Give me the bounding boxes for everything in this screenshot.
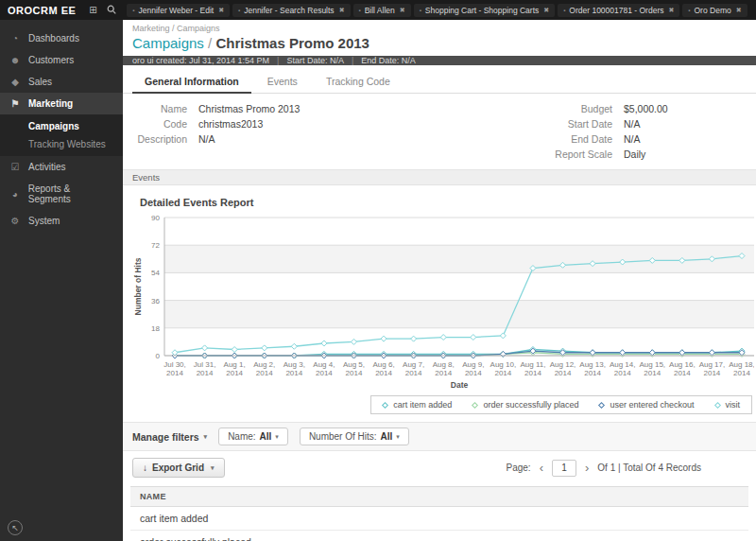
legend-marker-icon bbox=[598, 401, 605, 408]
pinned-tab-oro-demo[interactable]: ▪ Oro Demo ✖ bbox=[682, 4, 747, 17]
pinned-tab-jennifer-search-results[interactable]: ▪ Jennifer - Search Results ✖ bbox=[232, 4, 350, 17]
previous-page-button[interactable]: ‹ bbox=[538, 463, 545, 473]
chevron-down-icon: ▾ bbox=[211, 464, 215, 472]
info-left-column: NameChristmas Promo 2013 Codechristmas20… bbox=[132, 101, 439, 162]
grid-menu-icon[interactable]: ⊞ bbox=[83, 5, 102, 15]
sidebar-item-reports-segments[interactable]: ◕ Reports & Segments bbox=[0, 178, 123, 210]
orocrm-logo[interactable]: OROCRM EE bbox=[0, 5, 83, 16]
name-label: Name bbox=[132, 101, 198, 116]
manage-filters-button[interactable]: Manage filters ▾ bbox=[132, 431, 207, 443]
sidebar-item-system[interactable]: ⚙ System bbox=[0, 210, 123, 232]
top-bar: OROCRM EE ⊞ ▪ Jennifer Weber - Edit ✖ ▪ … bbox=[0, 0, 756, 20]
svg-text:Aug 9,2014: Aug 9,2014 bbox=[462, 360, 484, 377]
budget-value: $5,000.00 bbox=[624, 101, 668, 116]
svg-text:Aug 13,2014: Aug 13,2014 bbox=[579, 360, 606, 377]
events-section-header[interactable]: Events bbox=[123, 169, 756, 185]
sidebar-item-customers[interactable]: ☻ Customers bbox=[0, 49, 123, 71]
report-scale-label: Report Scale bbox=[439, 147, 624, 162]
filter-name-value: All bbox=[260, 431, 272, 442]
tab-general-information[interactable]: General Information bbox=[132, 71, 251, 94]
sidebar-item-label: System bbox=[28, 216, 60, 226]
events-line-chart: 01836547290Jul 30,2014Jul 31,2014Aug 1,2… bbox=[132, 212, 754, 393]
pinned-tab-jennifer-weber-edit[interactable]: ▪ Jennifer Weber - Edit ✖ bbox=[127, 4, 230, 17]
close-icon[interactable]: ✖ bbox=[736, 7, 742, 14]
search-icon-glyph bbox=[107, 5, 116, 14]
tab-events[interactable]: Events bbox=[255, 71, 310, 93]
column-header-name[interactable]: NAME bbox=[130, 487, 748, 507]
start-date-value: N/A bbox=[624, 116, 641, 131]
sidebar-item-marketing[interactable]: ⚑ Marketing bbox=[0, 93, 123, 114]
svg-text:Aug 2,2014: Aug 2,2014 bbox=[253, 360, 275, 377]
svg-text:Aug 7,2014: Aug 7,2014 bbox=[403, 360, 424, 377]
main-navigation-sidebar: ◔ Dashboards ☻ Customers ◆ Sales ⚑ Marke… bbox=[0, 20, 123, 541]
reports-icon: ◕ bbox=[9, 189, 21, 200]
chart-legend: cart item addedorder successfully placed… bbox=[370, 395, 752, 414]
search-icon[interactable] bbox=[102, 5, 121, 16]
tab-tracking-code[interactable]: Tracking Code bbox=[314, 71, 403, 93]
page-number-input[interactable] bbox=[552, 460, 576, 477]
code-label: Code bbox=[132, 116, 198, 131]
legend-label: visit bbox=[726, 400, 741, 410]
legend-item: user entered checkout bbox=[599, 400, 694, 410]
close-icon[interactable]: ✖ bbox=[218, 7, 224, 14]
breadcrumb[interactable]: Marketing / Campaigns bbox=[123, 20, 756, 33]
close-icon[interactable]: ✖ bbox=[400, 7, 405, 14]
legend-item: order successfully placed bbox=[472, 400, 578, 410]
pinned-tab-label: Oro Demo bbox=[695, 6, 731, 15]
pinned-tab-label: Jennifer - Search Results bbox=[244, 6, 334, 15]
app-window: OROCRM EE ⊞ ▪ Jennifer Weber - Edit ✖ ▪ … bbox=[0, 0, 756, 541]
campaigns-link[interactable]: Campaigns bbox=[132, 35, 204, 51]
svg-text:Aug 4,2014: Aug 4,2014 bbox=[313, 360, 335, 377]
svg-text:Aug 16,2014: Aug 16,2014 bbox=[669, 360, 696, 377]
sales-icon: ◆ bbox=[9, 77, 21, 87]
title-separator: / bbox=[204, 35, 216, 51]
chevron-down-icon: ▾ bbox=[204, 433, 208, 441]
activities-icon: ☑ bbox=[9, 162, 21, 172]
table-row[interactable]: cart item added bbox=[130, 507, 748, 531]
svg-text:Aug 3,2014: Aug 3,2014 bbox=[284, 360, 305, 377]
svg-text:Aug 5,2014: Aug 5,2014 bbox=[343, 360, 365, 377]
svg-text:Aug 10,2014: Aug 10,2014 bbox=[490, 360, 517, 377]
next-page-button[interactable]: › bbox=[583, 463, 591, 473]
sidebar-item-dashboards[interactable]: ◔ Dashboards bbox=[0, 27, 123, 49]
dashboard-icon: ◔ bbox=[9, 33, 21, 44]
general-information-section: NameChristmas Promo 2013 Codechristmas20… bbox=[123, 94, 756, 169]
sidebar-item-tracking-websites[interactable]: Tracking Websites bbox=[0, 135, 123, 153]
svg-text:Jul 31,2014: Jul 31,2014 bbox=[194, 360, 216, 377]
legend-label: cart item added bbox=[393, 400, 452, 410]
sidebar-item-label: Marketing bbox=[28, 98, 73, 109]
sidebar-item-campaigns[interactable]: Campaigns bbox=[0, 117, 123, 135]
svg-text:0: 0 bbox=[156, 352, 161, 360]
sidebar-item-activities[interactable]: ☑ Activities bbox=[0, 156, 123, 178]
filter-number-of-hits[interactable]: Number Of Hits: All ▾ bbox=[300, 428, 409, 445]
grid-filter-bar: Manage filters ▾ Name: All ▾ Number Of H… bbox=[123, 422, 756, 451]
legend-marker-icon bbox=[382, 401, 388, 408]
close-icon[interactable]: ✖ bbox=[668, 7, 674, 14]
sidebar-item-label: Customers bbox=[28, 55, 74, 65]
pinned-tab-order[interactable]: ▪ Order 100001781 - Orders ✖ bbox=[558, 4, 679, 17]
pinned-tab-label: Shopping Cart - Shopping Carts bbox=[425, 6, 540, 15]
svg-text:Aug 15,2014: Aug 15,2014 bbox=[639, 360, 665, 377]
sidebar-collapse-button[interactable]: ↖ bbox=[8, 520, 23, 535]
info-right-column: Budget$5,000.00 Start DateN/A End DateN/… bbox=[439, 101, 747, 162]
pin-icon: ▪ bbox=[359, 8, 361, 13]
svg-text:90: 90 bbox=[151, 214, 160, 222]
svg-text:Aug 17,2014: Aug 17,2014 bbox=[699, 360, 726, 377]
svg-text:Aug 12,2014: Aug 12,2014 bbox=[550, 360, 576, 377]
filter-name[interactable]: Name: All ▾ bbox=[218, 428, 288, 445]
filter-hits-label: Number Of Hits: bbox=[309, 431, 377, 442]
main-content: Marketing / Campaigns Campaigns / Christ… bbox=[123, 20, 756, 541]
legend-item: cart item added bbox=[383, 400, 452, 410]
export-grid-button[interactable]: ↓ Export Grid ▾ bbox=[132, 458, 225, 478]
legend-label: order successfully placed bbox=[483, 400, 578, 410]
pinned-tab-bill-allen[interactable]: ▪ Bill Allen ✖ bbox=[353, 4, 411, 17]
chart-title: Detailed Events Report bbox=[132, 197, 756, 208]
pinned-tab-shopping-cart[interactable]: ▪ Shopping Cart - Shopping Carts ✖ bbox=[414, 4, 556, 17]
filter-name-label: Name: bbox=[228, 431, 255, 442]
close-icon[interactable]: ✖ bbox=[543, 7, 549, 14]
table-row[interactable]: order successfully placed bbox=[130, 531, 748, 541]
name-value: Christmas Promo 2013 bbox=[198, 101, 300, 116]
close-icon[interactable]: ✖ bbox=[339, 7, 345, 14]
sidebar-item-label: Dashboards bbox=[28, 33, 79, 44]
sidebar-item-sales[interactable]: ◆ Sales bbox=[0, 71, 123, 93]
